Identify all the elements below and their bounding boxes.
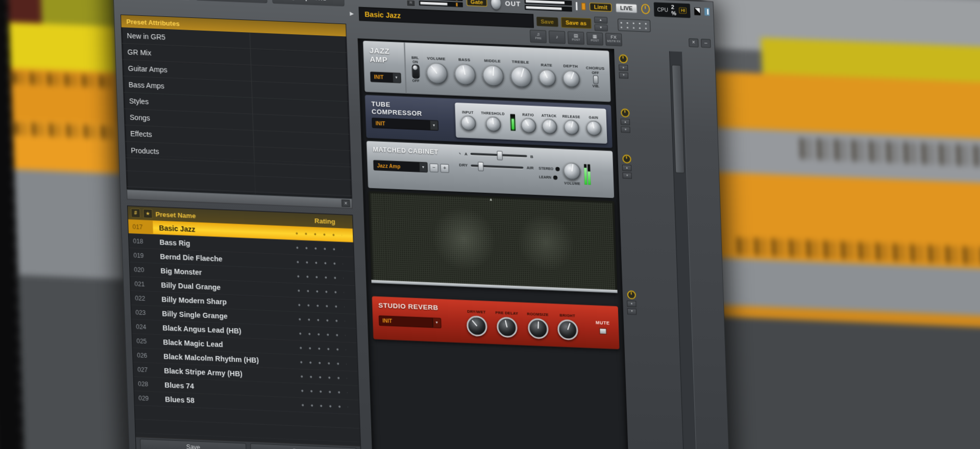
gate-button[interactable]: Gate [467, 0, 487, 7]
master-fx-icon[interactable]: FX MSTR FX [605, 33, 622, 46]
bright-switch[interactable] [411, 64, 420, 79]
speaker-cabinet[interactable]: ▲ [368, 191, 617, 293]
preset-rating-dots[interactable] [296, 260, 342, 266]
fold-triangle-icon[interactable]: ▲ [489, 197, 493, 202]
preset-rating-dots[interactable] [295, 231, 341, 237]
preset-rating-dots[interactable] [299, 360, 346, 366]
middle-knob[interactable] [482, 64, 504, 87]
star-column-icon[interactable]: ★ [143, 209, 153, 218]
roomsize-knob[interactable] [528, 318, 549, 339]
predelay-knob[interactable] [497, 317, 518, 338]
preset-rating-dots[interactable] [297, 288, 344, 294]
compressor-preset-dropdown[interactable]: INIT ▼ [372, 118, 438, 131]
module-up-button[interactable]: ▲ [622, 165, 631, 171]
preset-rating-dots[interactable] [295, 245, 342, 252]
cabinet-preset-dropdown[interactable]: Jazz Amp ▼ [373, 160, 428, 172]
treble-knob[interactable] [510, 66, 532, 88]
chorus-switch[interactable] [593, 75, 599, 84]
ab-morph-slider[interactable] [471, 153, 527, 158]
limit-button[interactable]: Limit [590, 3, 611, 12]
preset-grid-icon[interactable] [618, 18, 651, 32]
preset-rating-dots[interactable] [298, 331, 345, 337]
header-save-button[interactable]: Save [536, 16, 558, 27]
tab-options[interactable]: ◎ Options [272, 0, 345, 6]
module-down-button[interactable]: ▼ [619, 72, 628, 79]
bass-knob[interactable] [454, 63, 476, 86]
dry-air-slider[interactable] [471, 164, 524, 168]
module-up-button[interactable]: ▲ [619, 64, 628, 71]
scrollbar-thumb[interactable] [672, 65, 684, 173]
live-button[interactable]: LIVE [616, 3, 638, 13]
dropdown-arrow-icon[interactable]: ▼ [432, 318, 441, 328]
preset-rating-dots[interactable] [300, 374, 347, 380]
power-icon[interactable] [641, 4, 650, 14]
dropdown-arrow-icon[interactable]: ▼ [392, 73, 401, 83]
slider-handle[interactable] [497, 151, 503, 160]
module-power-icon[interactable] [619, 54, 628, 63]
gain-knob[interactable] [586, 120, 602, 136]
cabinet-volume-knob[interactable] [563, 162, 581, 180]
minimize-icon[interactable]: – [701, 39, 711, 48]
preset-down-button[interactable]: ▼ [594, 24, 607, 31]
save-button[interactable]: Save [140, 439, 247, 449]
header-save-as-button[interactable]: Save as [561, 17, 592, 28]
output-fader[interactable] [576, 2, 577, 10]
close-icon[interactable]: × [341, 199, 350, 207]
preset-name: Black Malcolm Rhythm (HB) [157, 352, 259, 364]
dropdown-arrow-icon[interactable]: ▼ [429, 120, 438, 130]
preset-rating-dots[interactable] [297, 303, 344, 309]
input-channel-leds: L R [406, 0, 415, 7]
input-knob[interactable] [460, 115, 476, 131]
module-down-button[interactable]: ▼ [621, 127, 630, 133]
module-power-icon[interactable] [621, 109, 630, 118]
attribute-item-label: Effects [130, 130, 152, 139]
preset-rating-dots[interactable] [300, 388, 347, 394]
drywet-knob[interactable] [467, 315, 487, 337]
info-icon[interactable] [704, 8, 710, 15]
module-up-button[interactable]: ▲ [627, 301, 636, 307]
tab-components[interactable]: ↻ Components [195, 0, 268, 3]
close-rack-icon[interactable]: × [689, 38, 699, 47]
rate-knob[interactable] [538, 69, 556, 87]
cabinet-prev-button[interactable]: − [429, 163, 438, 172]
preset-rating-dots[interactable] [301, 403, 348, 409]
preset-rating-dots[interactable] [296, 274, 343, 280]
stereo-led[interactable] [555, 167, 559, 171]
collapse-arrow-icon[interactable]: ▶ [350, 11, 356, 17]
tapedeck-pre-icon[interactable]: ♫ PRE [530, 30, 547, 43]
bright-knob[interactable] [557, 319, 578, 341]
save-as-button[interactable]: Save as [250, 443, 357, 449]
dropdown-arrow-icon[interactable]: ▼ [419, 162, 427, 172]
module-down-button[interactable]: ▼ [622, 172, 631, 179]
reverb-preset-dropdown[interactable]: INIT ▼ [379, 315, 442, 328]
gate-knob[interactable] [491, 0, 501, 9]
preset-rating-dots[interactable] [299, 345, 346, 352]
module-power-icon[interactable] [622, 155, 631, 164]
depth-knob[interactable] [562, 70, 580, 88]
module-down-button[interactable]: ▼ [627, 308, 636, 315]
cabinet-next-button[interactable]: + [440, 164, 449, 173]
learn-led[interactable] [553, 176, 557, 180]
module-power-icon[interactable] [627, 290, 636, 300]
jazz-amp-preset-dropdown[interactable]: INIT ▼ [370, 71, 401, 83]
number-column-icon[interactable]: # [131, 208, 140, 218]
attack-knob[interactable] [542, 118, 557, 134]
rack-scrollbar[interactable] [669, 51, 699, 449]
channel-right-badge[interactable]: R [406, 0, 415, 7]
cpu-mode-badge[interactable]: HI [679, 7, 687, 14]
rating-column-label[interactable]: Rating [314, 216, 335, 225]
mute-label: MUTE [596, 320, 610, 326]
ratio-knob[interactable] [521, 118, 536, 134]
release-knob[interactable] [564, 119, 579, 135]
mute-button[interactable] [599, 328, 606, 334]
tapedeck-post-icon[interactable]: ▤ POST [568, 31, 584, 44]
preset-name-column-label[interactable]: Preset Name [155, 210, 195, 219]
slider-handle[interactable] [478, 162, 484, 171]
preset-up-button[interactable]: ▲ [594, 16, 607, 23]
module-up-button[interactable]: ▲ [621, 119, 630, 126]
volume-knob[interactable] [426, 62, 448, 85]
metronome-icon[interactable]: ▦ POST [586, 32, 603, 45]
threshold-knob[interactable] [485, 116, 501, 132]
preset-rating-dots[interactable] [298, 317, 345, 323]
tuner-icon[interactable]: ♪ [549, 30, 566, 43]
